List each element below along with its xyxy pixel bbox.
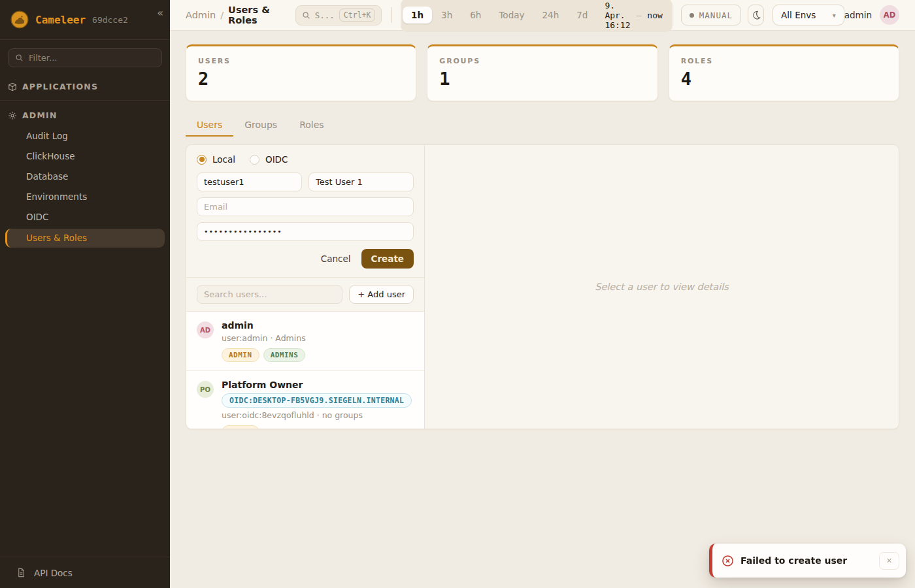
sidebar: Cameleer 69dcce2 « APPLICATIONS ADMIN Au…: [0, 0, 170, 588]
time-range-start: 9. Apr. 16:12: [605, 1, 630, 30]
sidebar-filter-input[interactable]: [29, 53, 155, 63]
time-range-1h[interactable]: 1h: [403, 7, 432, 24]
sidebar-section-applications[interactable]: APPLICATIONS: [0, 76, 170, 97]
radio-local-circle[interactable]: [197, 155, 207, 165]
username-field[interactable]: [197, 172, 302, 191]
avatar[interactable]: AD: [880, 5, 899, 25]
package-icon: [8, 82, 17, 91]
content-area: USERS 2 GROUPS 1 ROLES 4 Users Groups Ro…: [170, 31, 915, 588]
password-field[interactable]: [197, 222, 414, 241]
time-range-end: now: [647, 10, 662, 20]
search-shortcut: Ctrl+K: [339, 8, 376, 22]
time-range-24h[interactable]: 24h: [533, 7, 567, 24]
stat-card-groups: GROUPS 1: [427, 44, 657, 101]
sidebar-section-admin[interactable]: ADMIN: [0, 105, 170, 126]
refresh-mode-dot: [690, 13, 694, 18]
api-docs-link[interactable]: API Docs: [0, 557, 170, 588]
time-range-6h[interactable]: 6h: [461, 7, 490, 24]
time-range-3h[interactable]: 3h: [433, 7, 461, 24]
app-title: Cameleer: [35, 14, 86, 26]
avatar: PO: [197, 381, 214, 398]
refresh-mode-label: MANUAL: [699, 10, 733, 20]
empty-state-text: Select a user to view details: [595, 282, 729, 292]
toast-message: Failed to create user: [740, 555, 847, 566]
radio-local-label: Local: [212, 154, 235, 165]
global-search[interactable]: S... Ctrl+K: [295, 5, 382, 25]
add-user-button[interactable]: + Add user: [349, 285, 414, 304]
radio-local[interactable]: Local: [197, 154, 235, 165]
stat-value: 2: [198, 69, 404, 89]
time-range-7d[interactable]: 7d: [568, 7, 596, 24]
tab-users[interactable]: Users: [186, 114, 233, 137]
error-toast: Failed to create user ×: [709, 544, 906, 578]
topbar: Admin / Users & Roles S... Ctrl+K 1h 3h …: [170, 0, 915, 31]
avatar: AD: [197, 321, 214, 338]
section-label: ADMIN: [22, 110, 58, 120]
tab-groups[interactable]: Groups: [233, 114, 288, 137]
sidebar-item-database[interactable]: Database: [0, 167, 170, 186]
user-row-platform-owner[interactable]: PO Platform Owner OIDC:DESKTOP-FB5VGJ9.S…: [186, 371, 424, 429]
user-list-toolbar: + Add user: [186, 277, 424, 311]
document-icon: [16, 568, 26, 578]
role-badge-admin: ADMIN: [222, 348, 259, 362]
environment-select[interactable]: All Envs ▾: [773, 5, 844, 25]
user-meta: user:admin · Admins: [222, 333, 306, 343]
sidebar-divider: [0, 100, 170, 101]
toast-close-button[interactable]: ×: [879, 552, 899, 570]
gear-icon: [8, 111, 17, 120]
time-range-group: 1h 3h 6h Today 24h 7d 9. Apr. 16:12 — no…: [401, 0, 673, 32]
stat-value: 1: [439, 69, 645, 89]
user-row-admin[interactable]: AD admin user:admin · Admins ADMIN ADMIN…: [186, 312, 424, 371]
users-panel: Local OIDC Cancel: [186, 144, 899, 429]
breadcrumb-parent[interactable]: Admin: [186, 10, 216, 20]
sidebar-item-clickhouse[interactable]: ClickHouse: [0, 147, 170, 166]
user-meta: user:oidc:8evzqofluhld · no groups: [222, 410, 412, 420]
time-range-today[interactable]: Today: [490, 7, 533, 24]
radio-oidc-label: OIDC: [265, 154, 288, 165]
stat-label: GROUPS: [439, 57, 645, 65]
group-badge-admins: ADMINS: [263, 348, 306, 362]
chevron-down-icon: ▾: [833, 12, 836, 19]
sidebar-item-users-roles[interactable]: Users & Roles: [5, 229, 165, 248]
tab-bar: Users Groups Roles: [186, 114, 899, 137]
stat-card-users: USERS 2: [186, 44, 416, 101]
cancel-button[interactable]: Cancel: [321, 253, 351, 264]
user-detail-panel: Select a user to view details: [425, 145, 899, 429]
users-left-column: Local OIDC Cancel: [186, 145, 425, 429]
moon-icon: [751, 10, 761, 20]
time-range-dash: —: [637, 10, 642, 20]
username-label: admin: [844, 10, 872, 20]
user-list: AD admin user:admin · Admins ADMIN ADMIN…: [186, 311, 424, 429]
create-user-form: Local OIDC Cancel: [186, 145, 424, 277]
create-button[interactable]: Create: [361, 249, 414, 269]
time-range-display[interactable]: 9. Apr. 16:12 — now: [597, 1, 670, 30]
sidebar-filter[interactable]: [8, 48, 162, 67]
sidebar-collapse-icon[interactable]: «: [157, 8, 163, 18]
section-label: APPLICATIONS: [22, 82, 98, 91]
cameleer-logo-icon: [10, 10, 29, 29]
radio-oidc[interactable]: OIDC: [250, 154, 288, 165]
display-name-field[interactable]: [308, 172, 414, 191]
role-badge-admin: ADMIN: [222, 425, 259, 429]
stat-card-roles: ROLES 4: [669, 44, 899, 101]
stats-row: USERS 2 GROUPS 1 ROLES 4: [186, 44, 899, 101]
search-placeholder: S...: [315, 10, 335, 20]
refresh-mode-toggle[interactable]: MANUAL: [681, 5, 741, 25]
sidebar-item-oidc[interactable]: OIDC: [0, 208, 170, 227]
stat-label: ROLES: [681, 57, 887, 65]
radio-oidc-circle[interactable]: [250, 155, 259, 165]
logo-row: Cameleer 69dcce2: [0, 0, 170, 40]
breadcrumb-separator: /: [220, 10, 224, 20]
sidebar-item-environments[interactable]: Environments: [0, 188, 170, 206]
sidebar-item-audit-log[interactable]: Audit Log: [0, 127, 170, 146]
stat-label: USERS: [198, 57, 404, 65]
user-name: Platform Owner: [222, 380, 412, 390]
sidebar-admin-items: Audit Log ClickHouse Database Environmen…: [0, 126, 170, 249]
tab-roles[interactable]: Roles: [288, 114, 335, 137]
email-field[interactable]: [197, 197, 414, 216]
topbar-divider: [391, 7, 391, 23]
user-menu[interactable]: admin AD: [844, 5, 899, 25]
search-users-input[interactable]: [197, 285, 342, 304]
dark-mode-toggle[interactable]: [748, 5, 764, 25]
stat-value: 4: [681, 69, 887, 89]
